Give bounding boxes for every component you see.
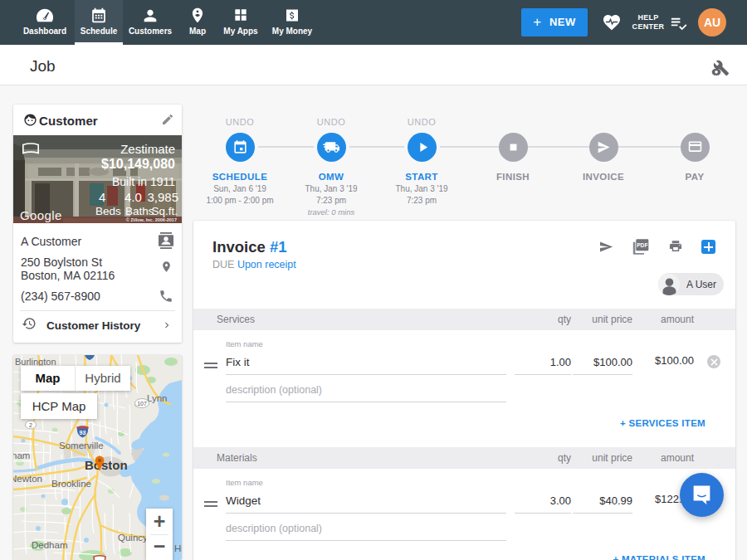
svg-text:Brookline: Brookline [51, 479, 91, 489]
svg-text:107: 107 [137, 401, 147, 407]
svg-text:Somerville: Somerville [59, 441, 104, 450]
svg-text:Quincy: Quincy [118, 533, 148, 543]
svg-text:Boston: Boston [85, 458, 128, 472]
svg-text:PDF: PDF [637, 242, 647, 248]
svg-text:Newton: Newton [13, 474, 42, 484]
svg-text:ham: ham [13, 450, 30, 460]
svg-text:Lynn: Lynn [147, 393, 168, 403]
svg-text:93: 93 [80, 430, 86, 436]
svg-text:Hi: Hi [174, 543, 182, 553]
svg-text:Dedham: Dedham [32, 540, 67, 550]
svg-text:2: 2 [29, 422, 32, 428]
